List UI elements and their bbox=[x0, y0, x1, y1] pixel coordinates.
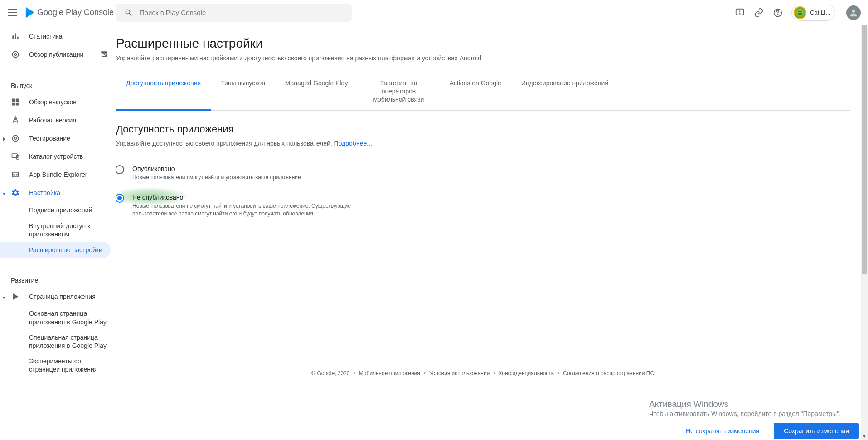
nav-item-страница-приложения[interactable]: Страница приложения bbox=[0, 288, 116, 306]
stats-icon bbox=[11, 32, 20, 41]
footer-links: © Google, 2020•Мобильное приложения•Усло… bbox=[116, 370, 850, 376]
publish-overview-icon bbox=[11, 50, 20, 59]
tab-0[interactable]: Доступность приложения bbox=[116, 73, 211, 111]
scrollbar-thumb[interactable] bbox=[862, 25, 867, 274]
nav-item-app-bundle-explorer[interactable]: App Bundle Explorer bbox=[0, 166, 116, 184]
svg-point-9 bbox=[12, 51, 18, 57]
svg-rect-14 bbox=[16, 103, 19, 106]
nav-item-настройка[interactable]: Настройка bbox=[0, 184, 116, 202]
nav-item-обзор-выпусков[interactable]: Обзор выпусков bbox=[0, 93, 116, 111]
svg-point-5 bbox=[852, 9, 855, 12]
tab-4[interactable]: Actions on Google bbox=[439, 73, 511, 110]
tabs: Доступность приложенияТипы выпусковManag… bbox=[116, 73, 850, 111]
app-switcher-chip[interactable]: Cat Li... bbox=[791, 5, 835, 21]
scroll-down-icon[interactable]: ▼ bbox=[861, 433, 868, 440]
nav-label: Каталог устройств bbox=[29, 153, 83, 160]
nav-item-каталог-устройств[interactable]: Каталог устройств bbox=[0, 147, 116, 166]
nav-item-тестирование[interactable]: Тестирование bbox=[0, 129, 116, 147]
nav-item-основная-страница-пр[interactable]: Основная страница приложения в Google Pl… bbox=[0, 306, 116, 329]
footer-sep: • bbox=[424, 370, 426, 376]
chevron-down-icon bbox=[2, 190, 7, 196]
help-icon[interactable] bbox=[772, 7, 783, 18]
play-console-logo[interactable]: Google Play Console bbox=[24, 7, 114, 18]
tab-1[interactable]: Типы выпусков bbox=[211, 73, 275, 110]
app-avatar-icon bbox=[794, 6, 806, 19]
unpublish-icon bbox=[100, 50, 109, 59]
nav-label: Тестирование bbox=[29, 135, 70, 142]
footer-link-4[interactable]: Соглашение о распространении ПО bbox=[563, 370, 654, 376]
footer-link-3[interactable]: Конфиденциальность bbox=[499, 370, 554, 376]
radio-option-0[interactable]: ОпубликованоНовые пользователи смогут на… bbox=[116, 161, 850, 191]
svg-rect-12 bbox=[16, 99, 19, 102]
search-container[interactable] bbox=[116, 4, 352, 22]
nav-label: Обзор публикации bbox=[29, 51, 83, 58]
search-input[interactable] bbox=[140, 9, 344, 16]
link-icon[interactable] bbox=[753, 7, 764, 18]
nav-item-обзор-публикации[interactable]: Обзор публикации bbox=[0, 45, 116, 64]
footer-link-1[interactable]: Мобильное приложения bbox=[359, 370, 420, 376]
radio-content: ОпубликованоНовые пользователи смогут на… bbox=[132, 165, 301, 181]
footer-link-2[interactable]: Условия использования bbox=[429, 370, 490, 376]
learn-more-link[interactable]: Подробнее... bbox=[334, 140, 372, 147]
logo-text: Google Play Console bbox=[37, 8, 114, 17]
svg-point-17 bbox=[12, 135, 18, 141]
nav-item-подписи-приложений[interactable]: Подписи приложений bbox=[0, 202, 116, 218]
account-avatar[interactable] bbox=[846, 5, 861, 20]
svg-rect-8 bbox=[17, 37, 18, 39]
section-title: Доступность приложения bbox=[116, 123, 850, 135]
page-title: Расширенные настройки bbox=[116, 36, 850, 51]
chevron-down-icon bbox=[2, 294, 7, 299]
radio-option-1[interactable]: Не опубликованоНовые пользователи не смо… bbox=[116, 190, 850, 227]
svg-marker-16 bbox=[3, 137, 5, 141]
radio-desc: Новые пользователи не смогут найти и уст… bbox=[132, 202, 359, 218]
footer-link-0: © Google, 2020 bbox=[311, 370, 349, 376]
nav-label: Специальная страница приложения в Google… bbox=[29, 333, 109, 350]
nav-item-рабочая-версия[interactable]: Рабочая версия bbox=[0, 111, 116, 129]
svg-rect-6 bbox=[12, 35, 14, 39]
svg-marker-22 bbox=[2, 193, 6, 195]
feedback-icon[interactable] bbox=[734, 7, 745, 18]
main-content: Расширенные настройки Управляйте расшире… bbox=[116, 25, 868, 440]
nav-label: App Bundle Explorer bbox=[29, 171, 87, 178]
scrollbar[interactable]: ▲ ▼ bbox=[861, 25, 868, 440]
test-icon bbox=[11, 134, 20, 143]
header-right: Cat Li... bbox=[734, 5, 861, 21]
section-grow: Развитие bbox=[0, 268, 116, 288]
nav-label: Эксперименты со страницей приложения bbox=[29, 357, 109, 373]
tab-3[interactable]: Таргетинг на операторов мобильной связи bbox=[358, 73, 439, 110]
footer-sep: • bbox=[493, 370, 495, 376]
availability-radio-group: ОпубликованоНовые пользователи смогут на… bbox=[116, 161, 850, 227]
section-release: Выпуск bbox=[0, 73, 116, 93]
rocket-icon bbox=[11, 116, 20, 125]
nav-item-статистика[interactable]: Статистика bbox=[0, 27, 116, 45]
nav-item-внутренний-доступ-к-[interactable]: Внутренний доступ к приложениям bbox=[0, 218, 116, 242]
save-button[interactable]: Сохранить изменения bbox=[774, 423, 859, 439]
chevron-right-icon bbox=[2, 136, 7, 141]
search-icon bbox=[124, 8, 133, 17]
dashboard-icon bbox=[11, 98, 20, 107]
svg-rect-11 bbox=[12, 99, 15, 102]
radio-content: Не опубликованоНовые пользователи не смо… bbox=[132, 194, 359, 218]
discard-button[interactable]: Не сохранять изменения bbox=[676, 423, 769, 439]
radio-label: Опубликовано bbox=[132, 165, 301, 172]
nav-item-расширенные-настройк[interactable]: Расширенные настройки bbox=[0, 242, 111, 258]
radio-button[interactable] bbox=[116, 165, 124, 174]
nav-item-специальная-страница[interactable]: Специальная страница приложения в Google… bbox=[0, 330, 116, 353]
svg-point-10 bbox=[15, 54, 17, 56]
menu-icon[interactable] bbox=[7, 7, 18, 18]
footer-sep: • bbox=[354, 370, 355, 376]
header-left: Google Play Console bbox=[7, 7, 116, 18]
svg-point-2 bbox=[740, 13, 740, 14]
play-logo-icon bbox=[24, 7, 34, 18]
nav-item-эксперименты-со-стра[interactable]: Эксперименты со страницей приложения bbox=[0, 353, 116, 377]
gear-icon bbox=[11, 188, 20, 197]
svg-marker-24 bbox=[13, 294, 19, 300]
svg-rect-13 bbox=[12, 103, 15, 106]
play-icon bbox=[11, 292, 20, 301]
devices-icon bbox=[11, 152, 20, 161]
radio-desc: Новые пользователи смогут найти и устано… bbox=[132, 174, 301, 181]
radio-label: Не опубликовано bbox=[132, 194, 359, 201]
tab-2[interactable]: Managed Google Play bbox=[275, 73, 358, 110]
tab-5[interactable]: Индексирование приложений bbox=[511, 73, 618, 110]
radio-button[interactable] bbox=[116, 194, 124, 203]
